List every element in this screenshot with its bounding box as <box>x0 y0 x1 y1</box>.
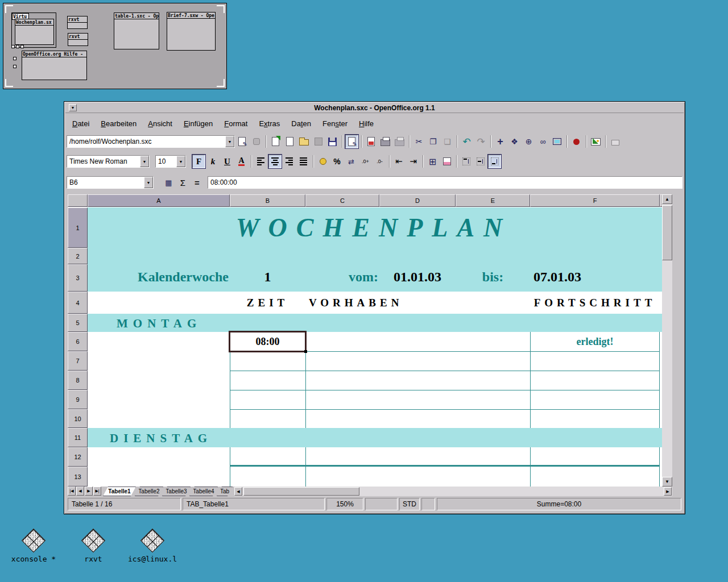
column-header-F[interactable]: F <box>530 194 660 207</box>
row-header-1[interactable]: 1 <box>68 207 88 248</box>
font-name-dropdown-icon[interactable]: ▼ <box>140 156 149 167</box>
last-sheet-icon[interactable]: ▶| <box>93 487 101 496</box>
scroll-right-icon[interactable]: ▶ <box>664 487 672 496</box>
menu-hilfe[interactable]: Hilfe <box>353 117 379 130</box>
name-box-dropdown-icon[interactable]: ▼ <box>144 177 153 188</box>
font-name-combobox[interactable]: Times New Roman ▼ <box>67 155 150 168</box>
scroll-left-icon[interactable]: ◀ <box>234 487 242 496</box>
borders-icon[interactable]: ⊞ <box>426 155 439 168</box>
pager-mini-button[interactable] <box>13 57 16 60</box>
status-sum[interactable]: Summe=08:00 <box>437 498 681 510</box>
cell-zeit-label[interactable]: ZEIT <box>230 297 305 309</box>
new-document-icon[interactable] <box>283 135 296 148</box>
menu-extras[interactable]: Extras <box>253 117 286 130</box>
menu-daten[interactable]: Daten <box>286 117 317 130</box>
bold-icon[interactable]: F <box>192 155 205 168</box>
tab-tabelle3[interactable]: Tabelle3 <box>162 487 191 496</box>
column-header-D[interactable]: D <box>379 194 456 207</box>
row-header-8[interactable]: 8 <box>68 371 88 390</box>
select-all-corner[interactable] <box>68 194 88 207</box>
sum-icon[interactable]: Σ <box>176 176 189 189</box>
cell-kalenderwoche-label[interactable]: Kalenderwoche <box>88 269 229 285</box>
background-color-icon[interactable] <box>440 155 453 168</box>
row-header-13[interactable]: 13 <box>68 467 88 487</box>
column-header-A[interactable]: A <box>88 194 230 207</box>
menu-ansicht[interactable]: Ansicht <box>142 117 178 130</box>
navigator-icon[interactable]: + <box>494 135 507 148</box>
name-box[interactable]: B6 ▼ <box>67 176 154 189</box>
cell-bis-date[interactable]: 07.01.03 <box>533 269 581 285</box>
vertical-scroll-thumb[interactable] <box>662 205 672 260</box>
cell-vorhaben-label[interactable]: VORHABEN <box>309 297 403 309</box>
tab-tabelle4[interactable]: Tabelle4 <box>189 487 218 496</box>
add-decimal-icon[interactable]: .0+ <box>359 155 372 168</box>
row-header-5[interactable]: 5 <box>68 314 88 332</box>
cell-erledigt[interactable]: erledigt! <box>530 336 660 348</box>
function-wizard-icon[interactable]: ▦ <box>162 176 175 189</box>
function-icon[interactable]: = <box>191 176 204 189</box>
align-right-icon[interactable] <box>283 155 296 168</box>
save-as-icon[interactable] <box>326 135 339 148</box>
align-bottom-icon[interactable] <box>488 155 501 168</box>
underline-icon[interactable]: U <box>221 155 234 168</box>
number-standard-icon[interactable]: ⇄ <box>345 155 358 168</box>
window-menu-button[interactable]: ▼ <box>69 104 77 111</box>
cell-title-wochenplan[interactable]: WOCHENPLAN <box>88 213 660 243</box>
cell-dienstag-label[interactable]: DIENSTAG <box>110 431 212 446</box>
number-currency-icon[interactable] <box>316 155 329 168</box>
row-header-10[interactable]: 10 <box>68 409 88 428</box>
edit-file-icon[interactable]: ✎ <box>345 135 358 148</box>
previous-sheet-icon[interactable]: ◀ <box>76 487 84 496</box>
align-center-icon[interactable] <box>268 155 282 168</box>
status-page-style[interactable]: TAB_Tabelle1 <box>183 498 325 510</box>
cell-vom-date[interactable]: 01.01.03 <box>379 269 456 285</box>
menu-einfuegen[interactable]: Einfügen <box>178 117 218 130</box>
online-layout-icon[interactable] <box>551 135 564 148</box>
cell-cursor-B6[interactable] <box>229 331 307 352</box>
cell-vom-label[interactable]: vom: <box>305 269 378 285</box>
row-header-9[interactable]: 9 <box>68 390 88 409</box>
status-zoom-level[interactable]: 150% <box>326 498 363 510</box>
horizontal-scroll-thumb[interactable] <box>243 487 359 496</box>
column-header-C[interactable]: C <box>305 194 379 207</box>
pager-window-wochenplan[interactable]: Wochenplan.sx <box>15 19 54 45</box>
status-insert-mode[interactable]: STD <box>399 498 420 510</box>
increase-indent-icon[interactable]: ⇥ <box>407 155 420 168</box>
column-header-B[interactable]: B <box>230 194 305 207</box>
align-center-vertical-icon[interactable] <box>474 155 487 168</box>
print-icon[interactable] <box>379 135 392 148</box>
delete-decimal-icon[interactable]: .0- <box>373 155 386 168</box>
row-header-2[interactable]: 2 <box>68 248 88 264</box>
next-sheet-icon[interactable]: ▶ <box>85 487 93 496</box>
row-header-12[interactable]: 12 <box>68 447 88 467</box>
copy-icon[interactable]: ❐ <box>427 135 440 148</box>
cell-bis-label[interactable]: bis: <box>456 269 530 285</box>
status-sheet-indicator[interactable]: Tabelle 1 / 16 <box>68 498 181 510</box>
align-left-icon[interactable] <box>254 155 267 168</box>
menu-bearbeiten[interactable]: Bearbeiten <box>95 117 142 130</box>
pager-mini-button[interactable] <box>11 45 15 48</box>
row-header-7[interactable]: 7 <box>68 351 88 371</box>
formula-input-line[interactable]: 08:00:00 <box>208 176 682 189</box>
align-justify-icon[interactable] <box>297 155 310 168</box>
row-header-11[interactable]: 11 <box>68 428 88 447</box>
scroll-up-icon[interactable]: ▲ <box>662 194 672 204</box>
url-combobox[interactable]: /home/rolf/Wochenplan.sxc ▼ <box>67 135 235 148</box>
row-header-6[interactable]: 6 <box>68 332 88 351</box>
align-top-icon[interactable] <box>460 155 473 168</box>
cell-week-number[interactable]: 1 <box>230 269 305 285</box>
first-sheet-icon[interactable]: |◀ <box>68 487 76 496</box>
number-percent-icon[interactable]: % <box>330 155 344 168</box>
open-document-icon[interactable] <box>297 135 311 148</box>
load-url-icon[interactable]: ✎ <box>235 135 249 148</box>
tab-tabelle1[interactable]: Tabelle1 <box>103 487 136 496</box>
font-size-combobox[interactable]: 10 ▼ <box>155 155 186 168</box>
new-from-template-icon[interactable] <box>269 135 282 148</box>
font-size-dropdown-icon[interactable]: ▼ <box>176 156 185 167</box>
cut-icon[interactable]: ✂ <box>412 135 425 148</box>
italic-icon[interactable]: k <box>206 155 220 168</box>
pager-window-brief7[interactable]: Brief-7.sxw - Ope <box>167 12 216 51</box>
pager-window-table1[interactable]: table-1.sxc - Op <box>114 13 159 49</box>
url-dropdown-icon[interactable]: ▼ <box>225 136 234 147</box>
tab-truncated[interactable]: Tab <box>217 487 233 496</box>
